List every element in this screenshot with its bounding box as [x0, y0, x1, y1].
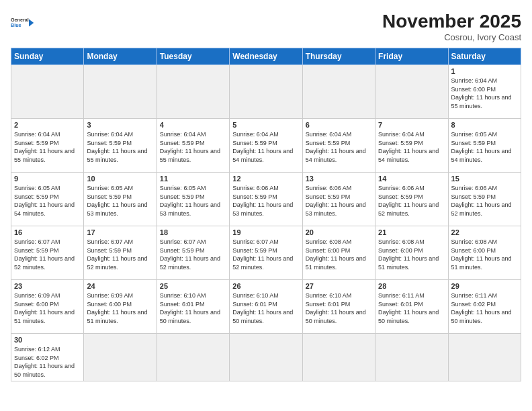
svg-marker-2 [29, 19, 34, 27]
day-24: 24 Sunrise: 6:09 AMSunset: 6:00 PMDaylig… [84, 280, 157, 334]
logo-icon: GeneralBlue [11, 11, 35, 35]
weekday-header-row: Sunday Monday Tuesday Wednesday Thursday… [11, 48, 521, 65]
week-row-6: 30 Sunrise: 6:12 AMSunset: 6:02 PMDaylig… [11, 334, 521, 381]
svg-text:Blue: Blue [11, 22, 21, 28]
week-row-4: 16 Sunrise: 6:07 AMSunset: 5:59 PMDaylig… [11, 226, 521, 280]
header-tuesday: Tuesday [157, 48, 229, 65]
day-11: 11 Sunrise: 6:05 AMSunset: 5:59 PMDaylig… [157, 173, 229, 226]
empty-cell [84, 334, 157, 381]
title-block: November 2025 Cosrou, Ivory Coast [382, 11, 521, 42]
calendar-table: Sunday Monday Tuesday Wednesday Thursday… [11, 48, 521, 381]
day-23: 23 Sunrise: 6:09 AMSunset: 6:00 PMDaylig… [11, 280, 84, 334]
day-14: 14 Sunrise: 6:06 AMSunset: 5:59 PMDaylig… [375, 173, 448, 226]
day-21: 21 Sunrise: 6:08 AMSunset: 6:00 PMDaylig… [375, 226, 448, 280]
day-28: 28 Sunrise: 6:11 AMSunset: 6:01 PMDaylig… [375, 280, 448, 334]
empty-cell [302, 334, 375, 381]
header-monday: Monday [84, 48, 157, 65]
day-18: 18 Sunrise: 6:07 AMSunset: 5:59 PMDaylig… [157, 226, 229, 280]
calendar-header: GeneralBlue November 2025 Cosrou, Ivory … [11, 11, 521, 42]
month-title: November 2025 [382, 11, 521, 32]
day-29: 29 Sunrise: 6:11 AMSunset: 6:02 PMDaylig… [448, 280, 521, 334]
location: Cosrou, Ivory Coast [382, 32, 521, 42]
header-thursday: Thursday [302, 48, 375, 65]
week-row-5: 23 Sunrise: 6:09 AMSunset: 6:00 PMDaylig… [11, 280, 521, 334]
empty-cell [84, 65, 157, 119]
empty-cell [11, 65, 84, 119]
week-row-3: 9 Sunrise: 6:05 AMSunset: 5:59 PMDayligh… [11, 173, 521, 226]
empty-cell [157, 65, 229, 119]
day-2: 2 Sunrise: 6:04 AMSunset: 5:59 PMDayligh… [11, 119, 84, 173]
day-1: 1 Sunrise: 6:04 AM Sunset: 6:00 PM Dayli… [448, 65, 521, 119]
day-5: 5 Sunrise: 6:04 AMSunset: 5:59 PMDayligh… [230, 119, 302, 173]
empty-cell [230, 65, 302, 119]
day-15: 15 Sunrise: 6:06 AMSunset: 5:59 PMDaylig… [448, 173, 521, 226]
day-20: 20 Sunrise: 6:08 AMSunset: 6:00 PMDaylig… [302, 226, 375, 280]
svg-text:General: General [11, 17, 29, 23]
empty-cell [375, 334, 448, 381]
day-6: 6 Sunrise: 6:04 AMSunset: 5:59 PMDayligh… [302, 119, 375, 173]
day-12: 12 Sunrise: 6:06 AMSunset: 5:59 PMDaylig… [230, 173, 302, 226]
empty-cell [375, 65, 448, 119]
day-4: 4 Sunrise: 6:04 AMSunset: 5:59 PMDayligh… [157, 119, 229, 173]
day-22: 22 Sunrise: 6:08 AMSunset: 6:00 PMDaylig… [448, 226, 521, 280]
day-7: 7 Sunrise: 6:04 AMSunset: 5:59 PMDayligh… [375, 119, 448, 173]
day-30: 30 Sunrise: 6:12 AMSunset: 6:02 PMDaylig… [11, 334, 84, 381]
day-10: 10 Sunrise: 6:05 AMSunset: 5:59 PMDaylig… [84, 173, 157, 226]
empty-cell [448, 334, 521, 381]
week-row-2: 2 Sunrise: 6:04 AMSunset: 5:59 PMDayligh… [11, 119, 521, 173]
day-16: 16 Sunrise: 6:07 AMSunset: 5:59 PMDaylig… [11, 226, 84, 280]
empty-cell [302, 65, 375, 119]
header-wednesday: Wednesday [230, 48, 302, 65]
day-25: 25 Sunrise: 6:10 AMSunset: 6:01 PMDaylig… [157, 280, 229, 334]
header-saturday: Saturday [448, 48, 521, 65]
header-friday: Friday [375, 48, 448, 65]
header-sunday: Sunday [11, 48, 84, 65]
day-3: 3 Sunrise: 6:04 AMSunset: 5:59 PMDayligh… [84, 119, 157, 173]
day-8: 8 Sunrise: 6:05 AMSunset: 5:59 PMDayligh… [448, 119, 521, 173]
day-19: 19 Sunrise: 6:07 AMSunset: 5:59 PMDaylig… [230, 226, 302, 280]
day-9: 9 Sunrise: 6:05 AMSunset: 5:59 PMDayligh… [11, 173, 84, 226]
day-27: 27 Sunrise: 6:10 AMSunset: 6:01 PMDaylig… [302, 280, 375, 334]
day-17: 17 Sunrise: 6:07 AMSunset: 5:59 PMDaylig… [84, 226, 157, 280]
empty-cell [230, 334, 302, 381]
day-26: 26 Sunrise: 6:10 AMSunset: 6:01 PMDaylig… [230, 280, 302, 334]
day-13: 13 Sunrise: 6:06 AMSunset: 5:59 PMDaylig… [302, 173, 375, 226]
week-row-1: 1 Sunrise: 6:04 AM Sunset: 6:00 PM Dayli… [11, 65, 521, 119]
logo: GeneralBlue [11, 11, 35, 35]
empty-cell [157, 334, 229, 381]
